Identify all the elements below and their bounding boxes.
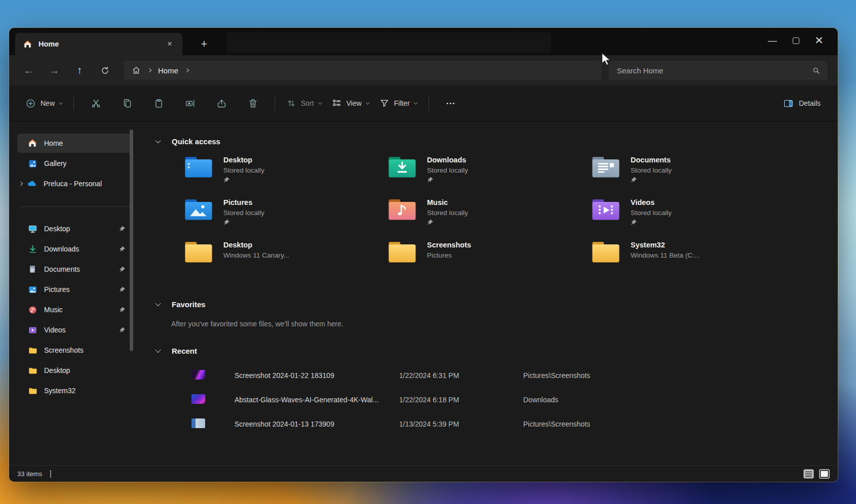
back-button[interactable]: ← [17,60,41,80]
cut-button[interactable] [80,92,111,114]
pin-icon [427,176,468,184]
filter-button[interactable]: Filter [374,94,422,112]
favorites-title[interactable]: Favorites [172,300,206,309]
download-arrow-icon [27,244,37,254]
list-view-button[interactable] [803,469,814,479]
details-label: Details [799,99,821,107]
section-favorites: Favorites After you've favorited some fi… [142,298,829,328]
thumbnail-view-button[interactable] [819,469,830,479]
desktop-monitor-icon [27,224,37,234]
maximize-icon [793,37,799,44]
rename-button[interactable] [174,92,206,114]
pin-icon [631,218,672,226]
search-icon [812,66,821,75]
breadcrumb[interactable]: Home [124,61,602,80]
status-bar: 33 items [9,465,838,482]
copy-button[interactable] [111,92,143,114]
tile-name: Pictures [223,197,264,208]
favorites-empty-message: After you've favorited some files, we'll… [171,320,829,328]
recent-file-row[interactable]: Abstact-Glass-Waves-AI-Generated-4K-Wal.… [142,388,829,412]
forward-button[interactable]: → [43,60,66,80]
document-icon [27,264,37,274]
details-button[interactable]: Details [777,94,827,113]
sidebar-item-home[interactable]: Home [17,134,133,153]
explorer-content: Home Gallery Preluca - Personal Desktop … [9,121,838,465]
sidebar-item-pictures[interactable]: Pictures [17,280,133,299]
sidebar-item-desktop[interactable]: Desktop [17,361,133,380]
quick-access-tile-downloads[interactable]: Downloads Stored locally [387,155,591,197]
sidebar-item-music[interactable]: Music [17,300,133,319]
quick-access-title[interactable]: Quick access [172,137,220,146]
recent-file-name: Screenshot 2024-01-13 173909 [235,420,399,428]
quick-access-tile-desktop[interactable]: Desktop Windows 11 Canary... [184,240,387,282]
quick-access-tile-documents[interactable]: Documents Stored locally [591,155,795,197]
quick-access-tile-system32[interactable]: System32 Windows 11 Beta (C:... [591,240,795,282]
share-button[interactable] [206,92,237,114]
refresh-button[interactable] [93,60,116,80]
view-button[interactable]: View [327,94,374,112]
sidebar-item-gallery[interactable]: Gallery [17,154,133,173]
quick-access-tile-videos[interactable]: Videos Stored locally [591,197,795,240]
window-drag-region [227,32,551,53]
tile-subtitle: Stored locally [223,165,264,176]
screenshot-thumb-blue-icon [191,418,235,430]
view-label: View [346,99,362,107]
folder-yellow-icon [184,240,213,266]
toolbar-separator [275,96,275,111]
sidebar-item-system32[interactable]: System32 [17,381,133,400]
new-button[interactable]: New [20,94,67,113]
recent-title[interactable]: Recent [172,347,197,355]
quick-access-tile-screenshots[interactable]: Screenshots Pictures [387,240,591,282]
breadcrumb-item-home[interactable]: Home [158,66,178,75]
more-ellipsis-icon [445,98,456,109]
minimize-button[interactable]: — [761,30,784,54]
collapse-chevron-icon[interactable] [155,347,161,353]
search-input[interactable] [616,66,812,75]
collapse-chevron-icon[interactable] [155,301,161,306]
sidebar-item-screenshots[interactable]: Screenshots [17,341,133,360]
up-button[interactable]: ↑ [68,60,91,80]
sidebar-item-downloads[interactable]: Downloads [17,239,133,259]
folder-yellow-icon [387,240,417,266]
folder-pictures-blue-icon [184,198,213,223]
recent-file-row[interactable]: Screenshot 2024-01-13 173909 1/13/2024 5… [142,412,829,436]
forward-arrow-icon: → [49,64,60,76]
quick-access-tile-desktop[interactable]: Desktop Stored locally [184,155,387,197]
folder-yellow-small-icon [27,365,37,375]
gallery-icon [27,158,37,169]
collapse-chevron-icon[interactable] [155,138,161,143]
sidebar-scrollbar[interactable] [130,130,133,351]
music-icon [27,305,37,315]
pin-icon [119,226,126,232]
more-options-button[interactable] [435,92,466,114]
recent-file-name: Abstact-Glass-Waves-AI-Generated-4K-Wal.… [235,396,399,404]
recent-file-row[interactable]: Screenshot 2024-01-22 183109 1/22/2024 6… [142,363,829,388]
recent-file-date: 1/22/2024 6:31 PM [399,371,523,380]
folder-yellow-small-icon [27,386,37,396]
tab-home[interactable]: Home × [15,33,182,55]
paste-icon [153,98,164,109]
sidebar-item-documents[interactable]: Documents [17,260,133,279]
search-box[interactable] [609,61,828,80]
command-toolbar: New Sort [9,86,838,121]
tab-close-icon[interactable]: × [164,38,175,50]
chevron-down-icon [59,100,63,104]
close-button[interactable]: ✕ [807,30,831,51]
paste-button[interactable] [143,92,174,114]
sidebar-item-desktop[interactable]: Desktop [17,219,133,238]
recent-file-name: Screenshot 2024-01-22 183109 [235,371,399,380]
pin-icon [119,246,126,253]
maximize-button[interactable] [784,30,807,51]
tile-name: Desktop [223,155,264,165]
quick-access-tile-pictures[interactable]: Pictures Stored locally [184,197,387,240]
quick-access-tile-music[interactable]: Music Stored locally [387,197,591,240]
list-view-icon [803,469,814,479]
delete-button[interactable] [237,92,268,114]
view-icon [332,98,342,108]
home-icon [27,138,37,148]
new-tab-button[interactable]: + [196,36,213,52]
sidebar-item-videos[interactable]: Videos [17,320,133,340]
sort-button[interactable]: Sort [281,94,327,112]
expand-chevron-icon[interactable] [19,182,23,186]
sidebar-item-preluca-personal[interactable]: Preluca - Personal [17,174,133,193]
